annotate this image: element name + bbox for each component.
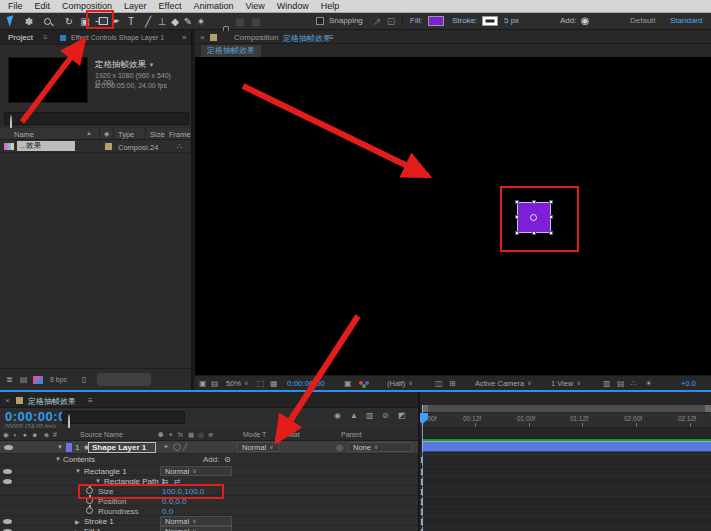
column-size[interactable]: Size [150, 130, 165, 139]
pan-whip-icon[interactable] [370, 14, 384, 28]
comp-selector-tab[interactable]: 定格抽帧效果 [201, 45, 261, 57]
property-value[interactable]: 0.0 [162, 507, 173, 516]
expander-icon[interactable]: ▼ [55, 456, 61, 462]
timeline-tab-name[interactable]: 定格抽帧效果 [28, 396, 76, 407]
project-settings-icon[interactable] [33, 376, 43, 384]
group-label[interactable]: Rectangle Path 1 [104, 477, 165, 486]
fill-color-swatch[interactable] [428, 16, 444, 26]
timeline-row-rectangle-path-1[interactable]: ▼Rectangle Path 1⇆⇄ [0, 476, 418, 486]
trkmat-t-column[interactable]: T [262, 431, 266, 438]
comp-marker-bin-icon[interactable]: ◉ [334, 411, 341, 420]
menu-file[interactable]: File [2, 0, 29, 13]
eye-icon[interactable] [3, 469, 12, 474]
group-mode-dropdown[interactable]: Normal [160, 516, 232, 526]
pen-tool[interactable]: ✒ [109, 14, 123, 28]
stroke-color-swatch[interactable] [482, 16, 498, 26]
view-layout-dropdown[interactable]: 1 View [551, 379, 581, 388]
property-value[interactable]: 100.0,100.0 [162, 487, 204, 496]
menu-effect[interactable]: Effect [153, 0, 188, 13]
menu-edit[interactable]: Edit [29, 0, 57, 13]
parent-dropdown[interactable]: None [348, 442, 412, 452]
expander-icon[interactable]: ▼ [95, 478, 101, 484]
sort-arrow-icon[interactable]: ▲ [86, 130, 92, 136]
selection-handle[interactable] [532, 231, 536, 235]
timeline-row-position[interactable]: Position0.0,0.0 [0, 496, 418, 506]
graph-editor-icon[interactable]: ◩ [398, 411, 406, 420]
collapse-icon[interactable]: ✦ [168, 431, 173, 439]
anchor-point[interactable] [530, 214, 537, 221]
grid-guides-icon[interactable] [270, 379, 278, 388]
time-ruler[interactable]: 0:00f00:12f01:00f01:12f02:00f02:12f [420, 413, 711, 428]
project-columns-header[interactable]: Name ▲ ◈ Type Size Frame R... [0, 128, 191, 140]
camera-tool[interactable]: ▣ [78, 14, 92, 28]
pixel-aspect-icon[interactable] [603, 379, 611, 388]
stroke-label[interactable]: Stroke: [452, 13, 477, 28]
timeline-row-shape-layer-1[interactable]: ▼1★Shape Layer 1✦◯╱Normal◎None [0, 441, 418, 454]
trkmat-column[interactable]: Mat [288, 431, 300, 438]
snapping-checkbox[interactable] [316, 17, 324, 25]
timeline-search-input[interactable] [62, 411, 185, 424]
selection-tool[interactable] [4, 14, 18, 28]
group-label[interactable]: Stroke 1 [84, 517, 114, 526]
bit-depth-label[interactable]: 8 bpc [50, 376, 67, 383]
rotate-tool[interactable]: ↻ [62, 14, 76, 28]
item-name[interactable]: ...效果 [17, 141, 75, 151]
viewer-timecode[interactable]: 0:00:00:00 [287, 379, 325, 388]
selection-handle[interactable] [549, 231, 553, 235]
snapshot-icon[interactable] [344, 379, 352, 388]
fast-previews-icon[interactable] [435, 379, 443, 388]
close-tab-icon[interactable]: × [5, 396, 10, 405]
selection-handle[interactable] [532, 200, 536, 204]
group-label[interactable]: Rectangle 1 [84, 467, 127, 476]
property-label[interactable]: Roundness [98, 507, 138, 516]
zoom-tool[interactable] [40, 14, 54, 28]
comp-name-line[interactable]: 定格抽帧效果 ▼ [95, 59, 154, 71]
project-item-row[interactable]: ...效果 Composi... 24 ∴ [0, 140, 191, 153]
menu-layer[interactable]: Layer [118, 0, 153, 13]
exposure-value[interactable]: +0.0 [681, 379, 696, 388]
column-name[interactable]: Name [14, 130, 34, 139]
parent-column[interactable]: Parent [341, 431, 362, 438]
effects-icon[interactable]: fx [178, 431, 183, 438]
interpret-footage-icon[interactable]: ≣ [6, 375, 13, 384]
timeline-track-area[interactable]: 0:00f00:12f01:00f01:12f02:00f02:12f IIII… [418, 392, 711, 531]
resolution-dropdown[interactable]: (Half) [387, 379, 413, 388]
property-value[interactable]: 0.0,0.0 [162, 497, 186, 506]
new-folder-icon[interactable]: ▤ [20, 375, 28, 384]
workspace-default[interactable]: Default [630, 13, 655, 28]
group-label[interactable]: Contents [63, 455, 95, 464]
eraser-tool[interactable]: ◆ [168, 14, 182, 28]
menu-view[interactable]: View [239, 0, 270, 13]
timeline-menu-icon[interactable]: ≡ [88, 396, 93, 405]
camera-view-dropdown[interactable]: Active Camera [475, 379, 532, 388]
tab-effect-controls[interactable]: Effect Controls Shape Layer 1 [71, 34, 164, 41]
timeline-button-icon[interactable] [617, 379, 625, 388]
footer-button[interactable] [97, 373, 151, 386]
eye-icon[interactable] [4, 445, 13, 450]
mode-column[interactable]: Mode [243, 431, 261, 438]
stopwatch-icon[interactable] [86, 497, 93, 504]
frame-blend-col-icon[interactable]: ▦ [188, 431, 194, 439]
parent-pickwhip-icon[interactable]: ◎ [336, 443, 343, 452]
selection-handle[interactable] [515, 200, 519, 204]
stopwatch-icon[interactable] [86, 507, 93, 514]
path-direction-icon[interactable]: ⇆ [162, 477, 169, 486]
layer-mode-dropdown[interactable]: Normal [237, 442, 279, 452]
project-search-input[interactable] [4, 112, 189, 125]
timeline-row-stroke-1[interactable]: ▶Stroke 1Normal [0, 516, 418, 526]
shy-icon[interactable]: ▲ [350, 411, 358, 420]
timeline-row-contents[interactable]: ▼ContentsAdd:⊙ [0, 454, 418, 466]
layer-duration-bar[interactable] [422, 441, 711, 452]
menu-animation[interactable]: Animation [187, 0, 239, 13]
selection-handle[interactable] [515, 231, 519, 235]
composition-tab-label[interactable]: Composition [234, 33, 278, 42]
eye-icon[interactable] [3, 479, 12, 484]
layer-switch-b-icon[interactable]: ◯ [173, 443, 181, 451]
group-mode-dropdown[interactable]: Normal [160, 466, 232, 476]
more-tabs-icon[interactable]: » [182, 33, 186, 42]
type-tool[interactable]: T [124, 14, 138, 28]
frame-blend-icon[interactable]: ▥ [366, 411, 374, 420]
group-mode-dropdown[interactable]: Normal [160, 526, 232, 531]
label-column-icon[interactable]: ◈ [104, 130, 109, 138]
add-shape-icon[interactable] [578, 13, 592, 27]
